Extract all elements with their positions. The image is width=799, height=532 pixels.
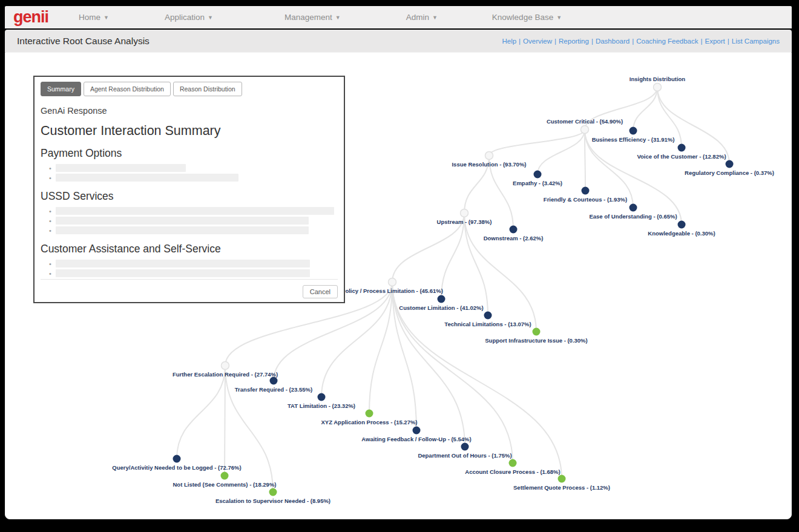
tree-node-7[interactable]: [582, 187, 590, 195]
redacted-line: •: [49, 174, 338, 182]
bullet-dot: •: [49, 270, 56, 277]
tree-node-10[interactable]: [461, 209, 469, 217]
redacted-line: •: [49, 207, 338, 215]
tree-node-26[interactable]: [269, 488, 277, 496]
modal-footer: Cancel: [41, 279, 338, 298]
tree-node-25[interactable]: [221, 472, 229, 480]
bullet-dot: •: [49, 174, 56, 182]
bullet-dot: •: [49, 208, 56, 215]
bullet-dot: •: [49, 217, 56, 225]
redacted-list: ••: [41, 164, 338, 182]
tab-summary[interactable]: Summary: [41, 82, 81, 96]
nav-item-label: Knowledge Base: [492, 13, 553, 22]
tree-node-19[interactable]: [366, 410, 373, 418]
tree-node-4[interactable]: [726, 160, 734, 168]
tree-node-15[interactable]: [533, 328, 541, 336]
chevron-down-icon: ▼: [432, 15, 438, 21]
header-link-coaching-feedback[interactable]: Coaching Feedback: [636, 38, 698, 45]
tree-node-22[interactable]: [509, 459, 517, 467]
tree-node-11[interactable]: [510, 226, 518, 234]
redacted-bar: [56, 174, 238, 182]
nav-item-application[interactable]: Application▼: [165, 13, 213, 22]
tree-node-14[interactable]: [484, 312, 492, 320]
nav-item-label: Home: [79, 13, 100, 22]
genii-logo: genii: [13, 9, 48, 25]
redacted-bar: [56, 207, 334, 215]
summary-modal: SummaryAgent Reason DistributionReason D…: [33, 76, 345, 303]
header-link-help[interactable]: Help: [502, 38, 516, 45]
redacted-list: •••: [41, 207, 338, 234]
section-heading: Customer Assistance and Self-Service: [41, 243, 338, 255]
nav-item-knowledge-base[interactable]: Knowledge Base▼: [492, 13, 562, 22]
link-separator: |: [700, 38, 702, 45]
tree-node-2[interactable]: [630, 127, 637, 135]
header-links: Help|Overview|Reporting|Dashboard|Coachi…: [502, 38, 780, 45]
link-separator: |: [554, 38, 556, 45]
redacted-bar: [56, 226, 309, 234]
tree-node-13[interactable]: [438, 295, 446, 303]
bullet-dot: •: [49, 227, 56, 234]
header-link-dashboard[interactable]: Dashboard: [596, 38, 630, 45]
link-separator: |: [632, 38, 634, 45]
chevron-down-icon: ▼: [208, 15, 213, 21]
tree-node-16[interactable]: [222, 362, 229, 370]
tree-node-8[interactable]: [630, 204, 637, 212]
bullet-dot: •: [49, 260, 56, 268]
link-separator: |: [519, 38, 521, 45]
tree-node-20[interactable]: [413, 427, 421, 435]
nav-item-management[interactable]: Management▼: [284, 13, 341, 22]
nav-item-label: Admin: [406, 13, 429, 22]
tree-node-3[interactable]: [678, 144, 686, 152]
tree-node-23[interactable]: [558, 475, 566, 483]
header-link-export[interactable]: Export: [705, 38, 725, 45]
redacted-line: •: [49, 164, 338, 172]
redacted-line: •: [49, 217, 338, 225]
nav-item-label: Management: [284, 13, 332, 22]
tree-node-6[interactable]: [534, 171, 542, 179]
tree-node-17[interactable]: [270, 377, 278, 385]
chevron-down-icon: ▼: [556, 15, 562, 21]
chevron-down-icon: ▼: [335, 15, 341, 21]
redacted-bar: [56, 164, 186, 172]
tree-node-24[interactable]: [173, 455, 181, 463]
tree-node-5[interactable]: [485, 152, 493, 160]
section-heading: USSD Services: [41, 190, 338, 203]
redacted-list: ••: [41, 260, 338, 277]
modal-tabs: SummaryAgent Reason DistributionReason D…: [41, 82, 338, 96]
redacted-bar: [56, 217, 309, 225]
tree-node-18[interactable]: [318, 393, 326, 401]
header-link-overview[interactable]: Overview: [523, 38, 552, 45]
tab-agent-reason-distribution[interactable]: Agent Reason Distribution: [84, 82, 171, 96]
nav-item-home[interactable]: Home▼: [79, 13, 109, 22]
section-heading: Payment Options: [41, 147, 338, 160]
tree-node-12[interactable]: [389, 278, 396, 286]
bullet-dot: •: [49, 165, 56, 172]
top-navbar: genii Home▼Application▼Management▼Admin▼…: [5, 6, 792, 28]
tree-node-9[interactable]: [678, 221, 686, 229]
tree-node-21[interactable]: [461, 443, 469, 451]
header-link-reporting[interactable]: Reporting: [559, 38, 589, 45]
header-link-list-campaigns[interactable]: List Campaigns: [732, 38, 780, 45]
redacted-line: •: [49, 226, 338, 234]
nav-item-label: Application: [165, 13, 205, 22]
tree-node-0[interactable]: [654, 84, 662, 91]
redacted-bar: [56, 260, 310, 268]
nav-menu: Home▼Application▼Management▼Admin▼Knowle…: [48, 13, 562, 22]
modal-title: Customer Interaction Summary: [41, 123, 338, 139]
tree-node-1[interactable]: [581, 126, 589, 134]
tab-reason-distribution[interactable]: Reason Distribution: [173, 82, 242, 96]
redacted-bar: [56, 269, 310, 277]
link-separator: |: [591, 38, 593, 45]
link-separator: |: [728, 38, 729, 45]
cancel-button[interactable]: Cancel: [303, 285, 338, 298]
modal-sections: Payment Options••USSD Services•••Custome…: [41, 139, 338, 279]
redacted-line: •: [49, 260, 338, 268]
page-title: Interactive Root Cause Analysis: [17, 36, 150, 47]
genai-response-label: GenAi Response: [41, 106, 338, 116]
nav-item-admin[interactable]: Admin▼: [406, 13, 438, 22]
redacted-line: •: [49, 269, 338, 277]
chevron-down-icon: ▼: [104, 15, 109, 21]
page-header: Interactive Root Cause Analysis Help|Ove…: [5, 30, 792, 52]
